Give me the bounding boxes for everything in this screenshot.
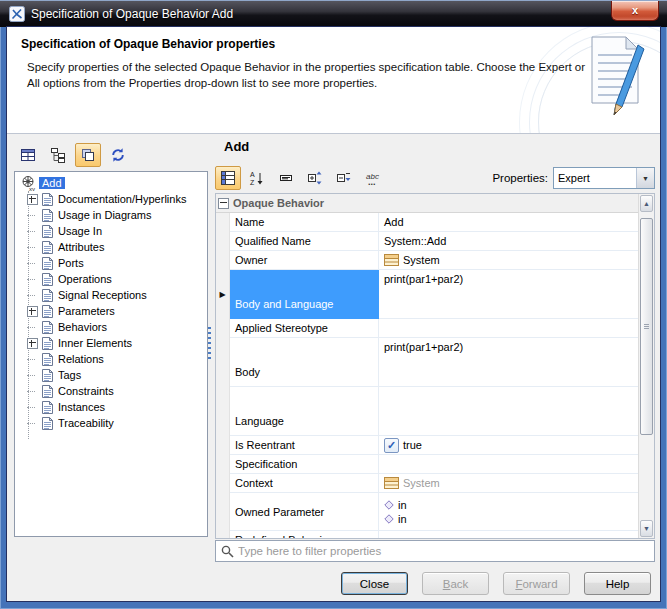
tree-item-ports[interactable]: Ports [19, 255, 207, 271]
filter-box [215, 540, 655, 562]
expand-icon[interactable] [27, 194, 38, 205]
panel-splitter[interactable] [208, 327, 211, 361]
refresh-button[interactable] [105, 143, 131, 167]
property-value[interactable]: ✓true [379, 436, 639, 455]
section-header[interactable]: Opaque Behavior [216, 194, 639, 213]
property-value[interactable]: System [379, 251, 639, 270]
property-name: Name [230, 213, 379, 232]
scrollbar-thumb[interactable] [640, 218, 653, 435]
property-row-specification[interactable]: Specification [216, 455, 639, 474]
properties-mode-value: Expert [554, 172, 636, 184]
tree-connector [27, 423, 35, 424]
tree-connector [27, 231, 35, 232]
expand-nodes-icon [307, 170, 323, 186]
tree-connector [27, 391, 35, 392]
property-row-qualified-name[interactable]: Qualified NameSystem::Add [216, 232, 639, 251]
properties-mode-select[interactable]: Expert ▼ [553, 167, 655, 189]
property-value[interactable]: System::Add [379, 232, 639, 251]
property-value[interactable]: print(par1+par2) [379, 338, 639, 387]
property-row-language[interactable]: Language [216, 387, 639, 436]
collapse-section-icon[interactable] [218, 198, 229, 209]
scroll-up-icon[interactable]: ▲ [640, 195, 653, 212]
tree-item-traceability[interactable]: Traceability [19, 415, 207, 431]
row-marker [216, 213, 230, 232]
close-button[interactable]: Close [341, 572, 408, 595]
tree-item-usage-in-diagrams[interactable]: Usage in Diagrams [19, 207, 207, 223]
header-panel: Specification of Opaque Behavior propert… [7, 27, 660, 134]
property-row-owned-parameter[interactable]: Owned Parameterin in [216, 493, 639, 531]
tree-item-usage-in[interactable]: Usage In [19, 223, 207, 239]
tree-connector [27, 327, 35, 328]
class-icon [384, 254, 399, 266]
tree-item-label: Relations [58, 353, 104, 365]
show-description-icon [278, 170, 294, 186]
tree-item-relations[interactable]: Relations [19, 351, 207, 367]
owned-parameter: in [384, 499, 407, 511]
switch-view-button[interactable] [75, 143, 101, 167]
property-name: Applied Stereotype [230, 319, 379, 338]
title-bar[interactable]: Specification of Opaque Behavior Add x [0, 0, 667, 27]
row-marker [216, 493, 230, 531]
switch-view-icon [80, 147, 96, 163]
tree-toolbar [15, 143, 131, 167]
collapse-nodes-button[interactable] [331, 166, 357, 190]
property-value[interactable] [379, 387, 639, 436]
scroll-down-icon[interactable]: ▼ [640, 520, 653, 537]
property-row-owner[interactable]: OwnerSystem [216, 251, 639, 270]
show-abbreviations-button[interactable]: abc... [360, 166, 386, 190]
help-button[interactable]: Help [584, 572, 651, 595]
dialog-content: Specification of Opaque Behavior propert… [6, 26, 661, 602]
show-abbreviations-icon: abc... [365, 170, 381, 186]
chevron-down-icon[interactable]: ▼ [636, 168, 654, 188]
property-value[interactable] [379, 455, 639, 474]
sort-alphabetically-icon: AZ [249, 170, 265, 186]
tree-item-instances[interactable]: Instances [19, 399, 207, 415]
categorized-view-button[interactable] [215, 166, 241, 190]
svg-text:A: A [250, 171, 255, 178]
tree-item-parameters[interactable]: Parameters [19, 303, 207, 319]
document-icon [41, 352, 54, 367]
tree-item-signal-receptions[interactable]: Signal Receptions [19, 287, 207, 303]
checkbox-checked-icon[interactable]: ✓ [384, 438, 399, 453]
property-row-is-reentrant[interactable]: Is Reentrant✓true [216, 436, 639, 455]
property-value[interactable] [379, 319, 639, 338]
expand-nodes-button[interactable] [302, 166, 328, 190]
property-row-name[interactable]: NameAdd [216, 213, 639, 232]
property-value[interactable] [379, 531, 639, 538]
tree-item-label: Constraints [58, 385, 114, 397]
tree-item-attributes[interactable]: Attributes [19, 239, 207, 255]
row-marker [216, 319, 230, 338]
property-row-context[interactable]: ContextSystem [216, 474, 639, 493]
document-pencil-icon [582, 33, 648, 129]
expand-icon[interactable] [27, 306, 38, 317]
sort-alphabetically-button[interactable]: AZ [244, 166, 270, 190]
property-value[interactable]: print(par1+par2) [379, 270, 639, 319]
property-row-applied-stereotype[interactable]: Applied Stereotype [216, 319, 639, 338]
properties-mode-label: Properties: [492, 172, 548, 184]
property-value[interactable]: System [379, 474, 639, 493]
filter-input[interactable] [238, 545, 654, 557]
property-row-body-and-language[interactable]: ▶Body and Languageprint(par1+par2) [216, 270, 639, 319]
row-marker [216, 531, 230, 538]
tree-item-documentation-hyperlinks[interactable]: Documentation/Hyperlinks [19, 191, 207, 207]
tree-view-button[interactable] [45, 143, 71, 167]
show-description-button[interactable] [273, 166, 299, 190]
property-row-body[interactable]: Bodyprint(par1+par2) [216, 338, 639, 387]
expand-icon[interactable] [27, 338, 38, 349]
tree-item-operations[interactable]: Operations [19, 271, 207, 287]
close-button[interactable]: x [611, 1, 659, 21]
row-marker [216, 455, 230, 474]
document-icon [41, 368, 54, 383]
tree-item-constraints[interactable]: Constraints [19, 383, 207, 399]
table-scrollbar[interactable]: ▲ ▼ [638, 194, 654, 538]
tree-item-root[interactable]: xyAdd [19, 175, 207, 191]
tree-item-label: Traceability [58, 417, 114, 429]
refresh-icon [110, 147, 126, 163]
property-value[interactable]: in in [379, 493, 639, 531]
property-row-redefined-behavior[interactable]: Redefined Behavior [216, 531, 639, 538]
table-view-button[interactable] [15, 143, 41, 167]
tree-item-behaviors[interactable]: Behaviors [19, 319, 207, 335]
property-value[interactable]: Add [379, 213, 639, 232]
tree-item-inner-elements[interactable]: Inner Elements [19, 335, 207, 351]
tree-item-tags[interactable]: Tags [19, 367, 207, 383]
